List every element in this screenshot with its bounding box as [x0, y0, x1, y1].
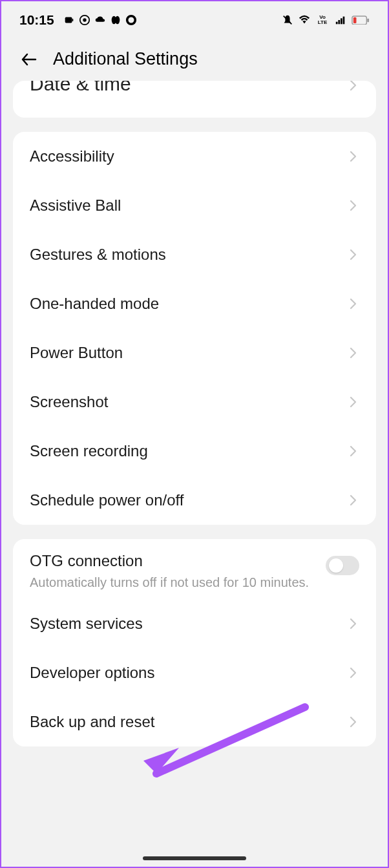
row-system-services[interactable]: System services	[13, 599, 376, 648]
row-label: Assistive Ball	[30, 196, 121, 215]
settings-group-accessibility: Accessibility Assistive Ball Gestures & …	[13, 132, 376, 525]
mute-icon	[282, 14, 293, 26]
charge-icon	[63, 14, 75, 26]
svg-point-3	[83, 18, 86, 21]
chevron-right-icon	[348, 151, 359, 162]
chevron-right-icon	[348, 81, 359, 91]
chevron-right-icon	[348, 445, 359, 457]
row-otg-connection[interactable]: OTG connection Automatically turns off i…	[13, 539, 376, 599]
ring-icon	[125, 14, 137, 26]
volte-icon: VoLTE	[315, 14, 330, 26]
row-screenshot[interactable]: Screenshot	[13, 377, 376, 427]
chevron-right-icon	[348, 347, 359, 359]
cloud-icon	[94, 14, 106, 26]
row-label: Screenshot	[30, 393, 108, 411]
row-assistive-ball[interactable]: Assistive Ball	[13, 181, 376, 230]
chevron-right-icon	[348, 396, 359, 408]
status-bar: 10:15 VoLTE	[1, 1, 388, 37]
svg-rect-11	[343, 17, 345, 25]
row-developer-options[interactable]: Developer options	[13, 648, 376, 697]
svg-rect-13	[367, 18, 369, 22]
chevron-right-icon	[348, 716, 359, 728]
back-icon[interactable]	[19, 50, 39, 69]
row-label: Power Button	[30, 344, 123, 362]
status-time: 10:15	[19, 12, 54, 28]
chevron-right-icon	[348, 200, 359, 211]
row-label: Date & time	[30, 81, 131, 95]
row-schedule-power[interactable]: Schedule power on/off	[13, 476, 376, 525]
nav-bar-handle[interactable]	[143, 856, 246, 860]
row-label: One-handed mode	[30, 295, 159, 313]
row-label: OTG connection	[30, 552, 313, 570]
row-date-time[interactable]: Date & time	[13, 81, 376, 118]
pill-icon	[110, 14, 121, 26]
otg-toggle[interactable]	[326, 556, 359, 575]
row-power-button[interactable]: Power Button	[13, 328, 376, 377]
svg-rect-9	[338, 20, 340, 24]
row-label: Developer options	[30, 664, 154, 682]
signal-icon	[335, 14, 346, 26]
settings-group-partial: Date & time	[13, 81, 376, 118]
row-label: Accessibility	[30, 147, 114, 165]
svg-point-5	[115, 16, 120, 25]
circle-dot-icon	[79, 14, 90, 26]
chevron-right-icon	[348, 494, 359, 506]
row-gestures-motions[interactable]: Gestures & motions	[13, 230, 376, 279]
wifi-icon	[299, 14, 310, 26]
row-accessibility[interactable]: Accessibility	[13, 132, 376, 181]
battery-low-icon	[352, 14, 370, 26]
row-label: Schedule power on/off	[30, 491, 184, 509]
header: Additional Settings	[1, 37, 388, 87]
chevron-right-icon	[348, 667, 359, 679]
chevron-right-icon	[348, 249, 359, 260]
row-label: Gestures & motions	[30, 246, 166, 264]
row-label: Back up and reset	[30, 713, 154, 731]
page-title: Additional Settings	[53, 49, 198, 69]
chevron-right-icon	[348, 298, 359, 310]
svg-point-6	[127, 16, 135, 25]
row-sublabel: Automatically turns off if not used for …	[30, 574, 313, 591]
svg-rect-14	[353, 17, 357, 23]
row-label: System services	[30, 615, 143, 633]
svg-rect-8	[336, 22, 338, 25]
row-backup-reset[interactable]: Back up and reset	[13, 697, 376, 746]
settings-group-system: OTG connection Automatically turns off i…	[13, 539, 376, 746]
svg-rect-1	[72, 19, 73, 21]
svg-rect-0	[65, 17, 72, 23]
row-label: Screen recording	[30, 442, 148, 460]
row-screen-recording[interactable]: Screen recording	[13, 427, 376, 476]
row-one-handed[interactable]: One-handed mode	[13, 279, 376, 328]
svg-rect-10	[341, 18, 342, 24]
chevron-right-icon	[348, 618, 359, 630]
